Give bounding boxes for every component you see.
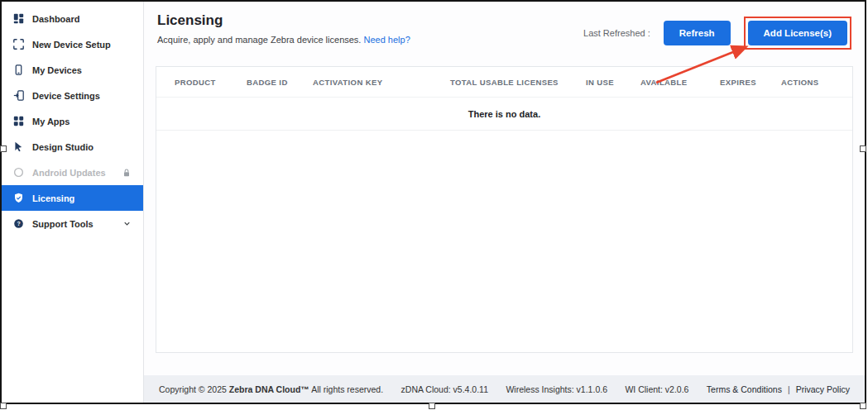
footer-links-separator: | bbox=[788, 384, 790, 394]
design-studio-icon bbox=[13, 141, 24, 152]
main-content: Licensing Acquire, apply and manage Zebr… bbox=[144, 2, 865, 403]
add-license-button[interactable]: Add License(s) bbox=[748, 21, 847, 45]
sidebar-item-label: Support Tools bbox=[32, 219, 94, 229]
column-header-total-usable-licenses: TOTAL USABLE LICENSES bbox=[450, 78, 586, 87]
page-subtitle-text: Acquire, apply and manage Zebra device l… bbox=[157, 35, 361, 45]
sidebar-item-label: My Devices bbox=[32, 65, 82, 75]
new-device-setup-icon bbox=[13, 39, 24, 50]
my-devices-icon bbox=[13, 64, 24, 75]
resize-handle-bottom-center[interactable] bbox=[429, 403, 435, 409]
svg-text:?: ? bbox=[17, 221, 20, 226]
last-refreshed-label: Last Refreshed : bbox=[583, 28, 650, 38]
header-actions: Last Refreshed : Refresh Add License(s) bbox=[583, 17, 851, 50]
empty-table-message: There is no data. bbox=[156, 98, 852, 131]
column-header-expires: EXPIRES bbox=[720, 78, 781, 87]
red-annotation-box: Add License(s) bbox=[744, 17, 851, 50]
sidebar-item-design-studio[interactable]: Design Studio bbox=[2, 134, 143, 160]
column-header-badge-id: BADGE ID bbox=[247, 78, 313, 87]
column-header-in-use: IN USE bbox=[586, 78, 640, 87]
sidebar-item-my-apps[interactable]: My Apps bbox=[2, 108, 143, 134]
copyright-brand: Zebra DNA Cloud™ bbox=[229, 384, 309, 394]
sidebar-item-dashboard[interactable]: Dashboard bbox=[2, 6, 143, 31]
device-settings-icon bbox=[13, 90, 24, 101]
column-header-activation-key: ACTIVATION KEY bbox=[313, 78, 450, 87]
sidebar: Dashboard New Device Setup My Devices De… bbox=[2, 2, 144, 403]
licensing-icon bbox=[13, 193, 24, 203]
privacy-link[interactable]: Privacy Policy bbox=[796, 384, 850, 394]
sidebar-item-device-settings[interactable]: Device Settings bbox=[2, 83, 143, 108]
resize-handle-bottom-right[interactable] bbox=[860, 403, 866, 409]
sidebar-item-label: New Device Setup bbox=[32, 40, 111, 50]
resize-handle-left[interactable] bbox=[0, 145, 7, 152]
sidebar-item-android-updates[interactable]: Android Updates bbox=[2, 160, 143, 185]
zebra-dna-cloud-app: Dashboard New Device Setup My Devices De… bbox=[2, 2, 865, 403]
terms-link[interactable]: Terms & Conditions bbox=[707, 384, 782, 394]
need-help-link[interactable]: Need help? bbox=[363, 35, 410, 45]
sidebar-item-label: Device Settings bbox=[32, 91, 100, 101]
footer-links: Terms & Conditions | Privacy Policy bbox=[707, 384, 850, 394]
sidebar-item-new-device-setup[interactable]: New Device Setup bbox=[2, 31, 143, 57]
sidebar-item-label: Dashboard bbox=[32, 14, 79, 24]
resize-handle-right[interactable] bbox=[860, 145, 866, 152]
wireless-insights-version: Wireless Insights: v1.1.0.6 bbox=[506, 384, 607, 394]
sidebar-item-label: My Apps bbox=[32, 117, 70, 126]
wi-client-version: WI Client: v2.0.6 bbox=[625, 384, 688, 394]
copyright-text: Copyright © 2025 Zebra DNA Cloud™ All ri… bbox=[159, 384, 383, 394]
screenshot-frame: Dashboard New Device Setup My Devices De… bbox=[0, 0, 866, 404]
sidebar-item-label: Design Studio bbox=[32, 142, 94, 152]
page-title: Licensing bbox=[157, 12, 410, 29]
resize-handle-bottom-left[interactable] bbox=[0, 403, 7, 409]
refresh-button[interactable]: Refresh bbox=[664, 21, 731, 45]
page-subtitle: Acquire, apply and manage Zebra device l… bbox=[157, 35, 410, 45]
column-header-actions: ACTIONS bbox=[781, 78, 834, 87]
column-header-available: AVAILABLE bbox=[640, 78, 720, 87]
dashboard-icon bbox=[13, 13, 24, 24]
footer: Copyright © 2025 Zebra DNA Cloud™ All ri… bbox=[144, 375, 865, 403]
copyright-suffix: All rights reserved. bbox=[309, 384, 383, 394]
my-apps-icon bbox=[13, 116, 24, 126]
page-header: Licensing Acquire, apply and manage Zebr… bbox=[144, 2, 865, 50]
sidebar-item-label: Android Updates bbox=[32, 168, 106, 178]
table-header-row: PRODUCT BADGE ID ACTIVATION KEY TOTAL US… bbox=[156, 67, 852, 98]
support-tools-icon: ? bbox=[13, 218, 24, 229]
lock-icon bbox=[122, 168, 132, 178]
android-updates-icon bbox=[13, 167, 24, 178]
chevron-down-icon bbox=[122, 219, 132, 228]
copyright-prefix: Copyright © 2025 bbox=[159, 384, 229, 394]
sidebar-item-licensing[interactable]: Licensing bbox=[2, 185, 143, 211]
licenses-table: PRODUCT BADGE ID ACTIVATION KEY TOTAL US… bbox=[156, 66, 853, 353]
sidebar-item-support-tools[interactable]: ? Support Tools bbox=[2, 211, 143, 236]
zdna-version: zDNA Cloud: v5.4.0.11 bbox=[401, 384, 488, 394]
column-header-product: PRODUCT bbox=[175, 78, 247, 87]
sidebar-item-my-devices[interactable]: My Devices bbox=[2, 57, 143, 83]
sidebar-item-label: Licensing bbox=[32, 193, 74, 203]
